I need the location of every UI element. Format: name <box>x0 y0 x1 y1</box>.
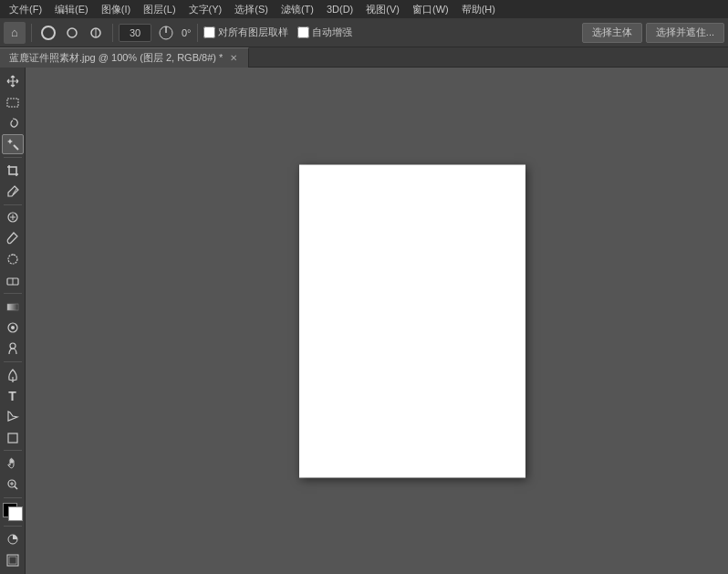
tool-lasso[interactable] <box>2 113 24 133</box>
svg-rect-20 <box>8 433 17 443</box>
tab-close-button[interactable]: ✕ <box>228 52 239 63</box>
brush-preset-btn[interactable] <box>37 22 59 44</box>
auto-enhance-label[interactable]: 自动增强 <box>297 26 352 39</box>
magic-wand-icon <box>5 137 20 151</box>
menu-select[interactable]: 选择(S) <box>229 1 274 18</box>
menu-window[interactable]: 窗口(W) <box>407 1 454 18</box>
separator-2 <box>112 24 113 42</box>
tool-quick-mask[interactable] <box>2 529 24 549</box>
path-select-icon <box>5 410 20 424</box>
separator-1 <box>31 24 32 42</box>
svg-rect-27 <box>9 557 16 564</box>
pen-icon <box>5 368 20 382</box>
svg-point-11 <box>8 255 17 264</box>
tool-healing[interactable] <box>2 208 24 228</box>
auto-enhance-text: 自动增强 <box>312 26 352 39</box>
tool-pen[interactable] <box>2 365 24 385</box>
tool-hand[interactable] <box>2 454 24 474</box>
angle-icon <box>157 24 175 42</box>
tool-crop[interactable] <box>2 161 24 181</box>
menu-text[interactable]: 文字(Y) <box>183 1 228 18</box>
tool-blur[interactable] <box>2 318 24 338</box>
svg-rect-15 <box>7 304 18 310</box>
menu-filter[interactable]: 滤镜(T) <box>276 1 319 18</box>
marquee-icon <box>5 95 20 110</box>
shape-icon <box>5 431 20 445</box>
tool-sep-3 <box>4 293 22 294</box>
tab-bar: 蓝鹿证件照素材.jpg @ 100% (图层 2, RGB/8#) * ✕ <box>0 47 728 68</box>
tool-text[interactable]: T <box>2 386 24 406</box>
crop-icon <box>5 163 20 178</box>
tool-move[interactable] <box>2 71 24 91</box>
separator-3 <box>197 24 198 42</box>
all-layers-label[interactable]: 对所有图层取样 <box>203 26 288 39</box>
brush-tool-icon <box>5 231 20 245</box>
brush-circle-icon <box>41 26 56 40</box>
tool-clone-stamp[interactable] <box>2 249 24 269</box>
svg-line-22 <box>15 486 17 489</box>
all-layers-checkbox[interactable] <box>203 26 215 38</box>
menu-file[interactable]: 文件(F) <box>4 1 47 18</box>
canvas-area <box>26 68 728 574</box>
tab-document[interactable]: 蓝鹿证件照素材.jpg @ 100% (图层 2, RGB/8#) * ✕ <box>0 47 249 68</box>
tool-sep-2 <box>4 204 22 205</box>
background-color[interactable] <box>8 506 23 521</box>
menu-edit[interactable]: 编辑(E) <box>49 1 94 18</box>
menu-view[interactable]: 视图(V) <box>360 1 405 18</box>
tool-zoom[interactable] <box>2 475 24 495</box>
brush-size-input[interactable] <box>119 24 151 42</box>
brush-alt-icon <box>88 26 103 40</box>
blur-icon <box>5 320 20 335</box>
healing-icon <box>5 210 20 224</box>
brush-alt-btn[interactable] <box>85 22 107 44</box>
select-subject-button[interactable]: 选择主体 <box>582 23 642 43</box>
auto-enhance-checkbox[interactable] <box>297 26 309 38</box>
screen-mode-icon <box>5 553 20 568</box>
zoom-icon <box>5 477 20 492</box>
tool-dodge[interactable] <box>2 339 24 359</box>
tool-sep-4 <box>4 361 22 362</box>
tool-eyedropper[interactable] <box>2 182 24 202</box>
menu-help[interactable]: 帮助(H) <box>456 1 501 18</box>
angle-value: 0° <box>182 27 192 38</box>
document-canvas <box>299 164 525 477</box>
left-toolbar: T <box>0 68 26 574</box>
tool-screen-mode[interactable] <box>2 550 24 570</box>
main-area: T <box>0 68 728 574</box>
brush-icon <box>65 26 79 40</box>
tool-marquee[interactable] <box>2 92 24 112</box>
tool-sep-7 <box>4 526 22 527</box>
brush-options <box>37 22 107 44</box>
lasso-icon <box>5 116 20 130</box>
all-layers-text: 对所有图层取样 <box>218 26 288 39</box>
text-icon: T <box>8 389 16 403</box>
angle-picker-btn[interactable] <box>155 22 177 44</box>
svg-line-6 <box>14 145 18 150</box>
menu-3d[interactable]: 3D(D) <box>321 2 359 16</box>
home-button[interactable]: ⌂ <box>4 22 26 44</box>
hand-icon <box>5 456 20 471</box>
brush-mode-btn[interactable] <box>61 22 83 44</box>
tab-label: 蓝鹿证件照素材.jpg @ 100% (图层 2, RGB/8#) * <box>9 51 223 65</box>
menu-layer[interactable]: 图层(L) <box>138 1 181 18</box>
svg-point-18 <box>10 343 16 349</box>
tool-brush[interactable] <box>2 228 24 248</box>
move-icon <box>5 74 20 89</box>
tool-sep-1 <box>4 157 22 158</box>
select-mask-button[interactable]: 选择并遮住... <box>646 23 724 43</box>
quick-mask-icon <box>5 532 20 547</box>
menu-image[interactable]: 图像(I) <box>96 1 136 18</box>
menu-bar: 文件(F) 编辑(E) 图像(I) 图层(L) 文字(Y) 选择(S) 滤镜(T… <box>0 0 728 18</box>
eraser-icon <box>5 273 20 287</box>
gradient-icon <box>5 299 20 314</box>
tool-magic-wand[interactable] <box>2 134 24 154</box>
tool-eraser[interactable] <box>2 270 24 290</box>
clone-icon <box>5 252 20 266</box>
svg-point-17 <box>11 326 15 329</box>
svg-point-0 <box>68 28 77 37</box>
tool-path-select[interactable] <box>2 407 24 427</box>
tool-gradient[interactable] <box>2 297 24 317</box>
tool-shape[interactable] <box>2 428 24 448</box>
tool-sep-6 <box>4 497 22 498</box>
color-swatch[interactable] <box>3 503 23 521</box>
